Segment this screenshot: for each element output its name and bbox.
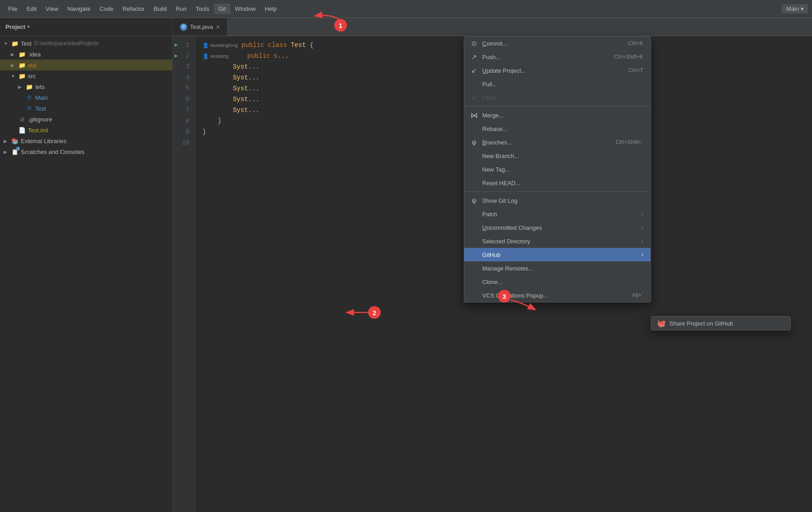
branch-selector[interactable]: Main ▾ [782, 4, 808, 14]
run-icon-2[interactable]: ▶ [175, 51, 178, 61]
menu-item-new-branch[interactable]: New Branch... [464, 149, 651, 163]
gutter-line-8: 8 [173, 116, 195, 126]
menu-build[interactable]: Build [149, 4, 171, 14]
menu-item-rebase[interactable]: Rebase... [464, 122, 651, 135]
tree-arrow-extlib: ▶ [4, 139, 11, 144]
tab-test-java[interactable]: © Test.java ✕ [173, 18, 228, 36]
menu-item-branches[interactable]: ψ Branches... Ctrl+Shift+` [464, 135, 651, 149]
git-dropdown-menu: ⊙ Commit... Ctrl+K ↗ Push... Ctrl+Shift+… [464, 36, 651, 303]
menu-item-commit[interactable]: ⊙ Commit... Ctrl+K [464, 37, 651, 50]
new-tag-icon [470, 165, 479, 174]
patch-arrow-icon: › [641, 211, 643, 217]
menu-label-commit: Commit... [482, 40, 628, 47]
tree-item-test[interactable]: © Test [0, 103, 172, 114]
menu-label-pull: Pull... [482, 81, 643, 88]
menu-item-clone[interactable]: Clone... [464, 275, 651, 289]
menu-help[interactable]: Help [260, 4, 281, 14]
menu-edit[interactable]: Edit [22, 4, 41, 14]
menu-item-push[interactable]: ↗ Push... Ctrl+Shift+K [464, 50, 651, 64]
tree-item-idea[interactable]: ▶ 📁 .idea [0, 49, 172, 60]
menu-label-new-branch: New Branch... [482, 153, 643, 159]
run-icon-1[interactable]: ▶ [175, 40, 178, 51]
menu-item-patch[interactable]: Patch › [464, 207, 651, 221]
project-tree: ▼ 📁 Test D:\workspace\IdeaProjects ▶ 📁 .… [0, 36, 172, 512]
menu-item-new-tag[interactable]: New Tag... [464, 163, 651, 176]
menu-label-new-tag: New Tag... [482, 166, 643, 173]
menu-item-pull[interactable]: Pull... [464, 77, 651, 91]
tree-item-src[interactable]: ▼ 📁 src [0, 70, 172, 81]
selected-dir-arrow-icon: › [641, 238, 643, 244]
menu-item-uncommitted[interactable]: Uncommitted Changes › [464, 221, 651, 234]
tree-label-idea: .idea [28, 51, 41, 58]
merge-icon: ⋈ [470, 111, 479, 120]
tree-label-tets: tets [35, 84, 45, 90]
tree-arrow-src: ▼ [11, 74, 18, 79]
folder-tets-icon: 📁 [25, 83, 33, 91]
submenu-item-share[interactable]: 🐙 Share Project on GitHub [651, 317, 790, 330]
uncommitted-icon [470, 223, 479, 232]
shortcut-push: Ctrl+Shift+K [614, 54, 643, 60]
class-test-icon: © [25, 104, 33, 112]
tree-arrow-idea: ▶ [11, 52, 18, 57]
tree-item-out[interactable]: ▶ 📁 out [0, 60, 172, 70]
menu-label-merge: Merge... [482, 112, 643, 119]
selected-dir-icon [470, 237, 479, 246]
menu-view[interactable]: View [41, 4, 63, 14]
tree-arrow-scratches: ▶ [4, 149, 11, 154]
tree-label-gitignore: .gitignore [28, 116, 52, 123]
gutter-line-5: 5 [173, 83, 195, 94]
separator-1 [464, 106, 651, 107]
tree-label-iml: Test.iml [28, 127, 48, 134]
menu-window[interactable]: Window [231, 4, 260, 14]
menu-item-merge[interactable]: ⋈ Merge... [464, 108, 651, 122]
extlib-icon: 📚 [11, 137, 19, 145]
main-layout: Project ▾ ▼ 📁 Test D:\workspace\IdeaProj… [0, 18, 812, 512]
menu-label-manage-remotes: Manage Remotes... [482, 265, 643, 272]
menu-item-vcs-popup[interactable]: VCS Operations Popup... Alt+` [464, 289, 651, 302]
menu-git[interactable]: Git [214, 4, 231, 14]
reset-head-icon [470, 178, 479, 187]
menu-code[interactable]: Code [95, 4, 118, 14]
tree-item-root[interactable]: ▼ 📁 Test D:\workspace\IdeaProjects [0, 38, 172, 49]
menu-item-show-log[interactable]: ψ Show Git Log [464, 194, 651, 207]
tab-close-button[interactable]: ✕ [216, 24, 220, 30]
tree-item-main[interactable]: © Main [0, 92, 172, 103]
sidebar-header: Project ▾ [0, 18, 172, 36]
tab-java-icon: © [180, 23, 187, 31]
tree-item-gitignore[interactable]: ⊘ .gitignore [0, 114, 172, 125]
tree-item-extlib[interactable]: ▶ 📚 External Libraries [0, 135, 172, 146]
menu-navigate[interactable]: Navigate [63, 4, 95, 14]
menu-label-branches: Branches... [482, 139, 616, 146]
tree-arrow-out: ▶ [11, 63, 18, 68]
shortcut-commit: Ctrl+K [628, 40, 643, 47]
menu-item-manage-remotes[interactable]: Manage Remotes... [464, 261, 651, 275]
menu-item-github[interactable]: GitHub › [464, 248, 651, 261]
menu-item-selected-dir[interactable]: Selected Directory › [464, 234, 651, 248]
tree-item-scratches[interactable]: ▶ 📋 ! Scratches and Consoles [0, 146, 172, 157]
menu-label-github: GitHub [482, 251, 638, 258]
gutter-line-1: ▶ 1 [173, 40, 195, 51]
menu-file[interactable]: File [4, 4, 22, 14]
github-arrow-icon: › [641, 251, 643, 258]
patch-icon [470, 209, 479, 219]
menu-tools[interactable]: Tools [191, 4, 214, 14]
menu-label-clone: Clone... [482, 279, 643, 285]
tree-arrow-tets: ▶ [18, 84, 25, 89]
fetch-icon: ↙ [470, 93, 479, 102]
tree-label-scratches: Scratches and Consoles [21, 149, 84, 155]
show-log-icon: ψ [470, 196, 479, 205]
tree-item-tets[interactable]: ▶ 📁 tets [0, 81, 172, 92]
menu-label-push: Push... [482, 54, 614, 61]
menu-refactor[interactable]: Refactor [118, 4, 149, 14]
tree-label-extlib: External Libraries [21, 138, 66, 144]
gutter-line-4: 4 [173, 72, 195, 83]
menu-item-reset-head[interactable]: Reset HEAD... [464, 176, 651, 190]
menu-item-update[interactable]: ↙ Update Project... Ctrl+T [464, 64, 651, 77]
gutter-line-6: 6 [173, 94, 195, 105]
tree-label-out: out [28, 62, 36, 69]
tree-item-iml[interactable]: 📄 Test.iml [0, 125, 172, 135]
menu-label-reset-head: Reset HEAD... [482, 180, 643, 186]
menu-run[interactable]: Run [171, 4, 191, 14]
gutter-line-10: 10 [173, 137, 195, 148]
editor-area: © Test.java ✕ ▶ 1 ▶ 2 3 4 5 6 7 [173, 18, 812, 512]
